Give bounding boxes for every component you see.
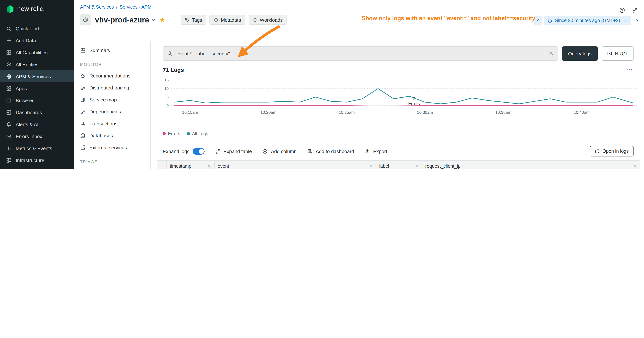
entity-nav-item[interactable]: Summary	[77, 44, 146, 56]
column-header[interactable]: timestamp	[166, 161, 214, 169]
global-nav-item-icon	[6, 121, 12, 127]
clear-query-icon[interactable]	[548, 51, 554, 56]
breadcrumb-apm-services[interactable]: APM & Services	[80, 5, 114, 10]
entity-nav-item-icon	[80, 85, 86, 90]
entity-action-button[interactable]: Metadata	[210, 15, 245, 25]
global-nav-item-label: Apps	[16, 86, 27, 91]
new-relic-logo[interactable]: new relic.	[0, 0, 74, 18]
globe-icon	[83, 17, 89, 23]
entity-nav-item[interactable]: Recommendations	[77, 70, 146, 82]
add-column-button[interactable]: Add column	[262, 148, 296, 154]
entity-type-tile	[80, 14, 91, 26]
open-in-logs-button[interactable]: Open in logs	[590, 146, 634, 156]
global-nav-item[interactable]: Errors Inbox	[0, 130, 74, 142]
export-label: Export	[373, 148, 387, 154]
global-nav-item-label: All Entities	[16, 62, 38, 67]
global-nav-item[interactable]: Metrics & Events	[0, 142, 74, 154]
entity-nav-item[interactable]: Dependencies	[77, 106, 146, 118]
favorite-star-icon[interactable]	[160, 17, 166, 23]
legend-item[interactable]: All Logs	[187, 131, 208, 136]
remove-column-icon[interactable]	[633, 164, 637, 168]
add-column-label: Add column	[271, 148, 296, 154]
entity-nav-item[interactable]: Transactions	[77, 118, 146, 130]
column-header[interactable]: event	[214, 161, 376, 169]
remove-column-icon[interactable]	[207, 164, 211, 168]
entity-action-button[interactable]: Workloads	[248, 15, 287, 25]
global-nav-item[interactable]: Logs	[0, 166, 74, 169]
global-nav-item[interactable]: Quick Find	[0, 23, 74, 35]
copy-link-button[interactable]	[630, 5, 640, 15]
annotation-note: Show only logs with an event "event:*" a…	[362, 15, 564, 22]
entity-nav-item-label: Recommendations	[90, 73, 130, 78]
expand-table-button[interactable]: Expand table	[215, 148, 252, 154]
entity-nav-item-icon	[80, 73, 86, 78]
global-nav-item-icon	[6, 157, 12, 163]
nrql-button[interactable]: NRQL	[602, 47, 634, 61]
add-to-dashboard-button[interactable]: Add to dashboard	[307, 148, 354, 154]
column-header[interactable]: label	[376, 161, 422, 169]
dashboard-add-icon	[307, 148, 313, 154]
chart-more-menu[interactable]: ⋯	[626, 66, 633, 74]
entity-nav-item-icon	[80, 133, 86, 138]
global-nav-item[interactable]: Apps	[0, 82, 74, 94]
help-button[interactable]	[617, 5, 627, 15]
column-header[interactable]: request_client_ip	[422, 161, 640, 169]
expand-icon	[215, 148, 220, 154]
checkbox-column-header	[158, 161, 166, 169]
global-nav-item-icon	[6, 110, 12, 115]
global-nav-item-icon	[6, 86, 12, 91]
breadcrumb-services-apm[interactable]: Services - APM	[120, 5, 152, 10]
export-icon	[365, 148, 370, 154]
entity-nav-section-title: TRIAGE	[74, 159, 150, 164]
time-forward-button[interactable]	[633, 16, 641, 26]
legend-item[interactable]: Errors	[163, 131, 180, 136]
global-nav-item[interactable]: Dashboards	[0, 106, 74, 118]
export-button[interactable]: Export	[365, 148, 387, 154]
svg-text:10:40am: 10:40am	[574, 110, 590, 115]
logs-table-header: timestamp event label request_client_ip	[158, 160, 640, 169]
global-nav-item[interactable]: Add Data	[0, 35, 74, 47]
svg-text:10:25am: 10:25am	[339, 110, 355, 115]
entity-nav-item-icon	[80, 97, 86, 102]
entity-nav-item[interactable]: Errors (errors inb... New	[77, 167, 146, 169]
global-nav-item[interactable]: Alerts & AI	[0, 118, 74, 130]
entity-action-button[interactable]: Tags	[181, 15, 206, 25]
global-sidebar: new relic. Quick Find Add Data All Capab…	[0, 0, 74, 169]
entity-action-icon	[253, 18, 258, 22]
entity-nav-item-label: Dependencies	[90, 109, 121, 114]
page-header: APM & Services / Services - APM vbv-prod…	[74, 0, 644, 41]
entity-nav-item[interactable]: Databases	[77, 130, 146, 142]
entity-actions: Tags Metadata Workloads	[181, 15, 287, 25]
entity-nav-item-label: Transactions	[90, 121, 118, 126]
entity-nav-item[interactable]: External services	[77, 142, 146, 153]
logo-text: new relic.	[17, 5, 45, 13]
logs-table: timestamp event label request_client_ip	[158, 160, 640, 169]
expand-logs-toggle-group: Expand logs	[163, 148, 204, 154]
entity-name-dropdown[interactable]: vbv-prod-azure	[95, 16, 156, 24]
remove-column-icon[interactable]	[415, 164, 419, 168]
global-nav-item[interactable]: All Capabilities	[0, 47, 74, 58]
global-nav-item[interactable]: APM & Services	[0, 70, 74, 82]
chevron-down-icon	[623, 18, 628, 23]
legend-dot	[187, 132, 190, 135]
query-logs-button[interactable]: Query logs	[562, 47, 598, 61]
svg-text:5: 5	[166, 95, 169, 99]
entity-nav-item[interactable]: Service map	[77, 94, 146, 106]
logs-timeseries-chart: 05101510:15am10:20am10:25am10:30am10:35a…	[157, 78, 640, 117]
entity-nav-section: MONITOR Recommendations Distributed trac…	[74, 62, 150, 153]
entity-action-icon	[185, 18, 190, 22]
entity-action-label: Workloads	[260, 17, 282, 23]
global-nav-item[interactable]: Browser	[0, 94, 74, 106]
entity-nav-section-items: Summary	[74, 44, 150, 56]
legend-dot	[163, 132, 166, 135]
global-nav-item[interactable]: Infrastructure	[0, 154, 74, 166]
column-header-label: request_client_ip	[425, 164, 460, 169]
query-box	[163, 47, 558, 61]
entity-nav-item[interactable]: Distributed tracing	[77, 82, 146, 94]
global-nav-item-icon	[6, 62, 12, 67]
expand-logs-toggle[interactable]	[192, 148, 204, 154]
global-nav-item[interactable]: All Entities	[0, 58, 74, 70]
remove-column-icon[interactable]	[369, 164, 373, 168]
svg-text:10:15am: 10:15am	[182, 110, 198, 115]
log-query-input[interactable]	[163, 47, 558, 61]
